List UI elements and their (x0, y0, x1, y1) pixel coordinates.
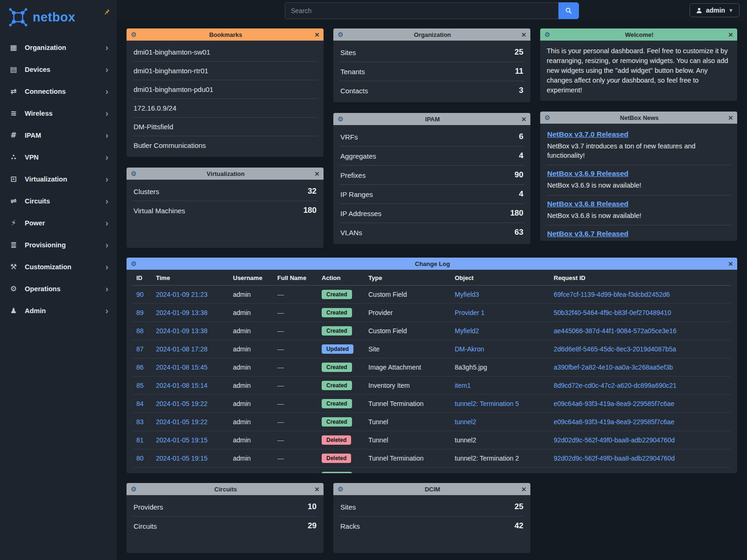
change-id-link[interactable]: 80 (136, 455, 144, 462)
pin-icon[interactable] (103, 8, 110, 15)
sidebar-item[interactable]: Circuits › (0, 190, 117, 212)
gear-icon[interactable]: ⚙ (338, 115, 344, 123)
gear-icon[interactable]: ⚙ (544, 114, 550, 121)
changelog-column-header[interactable]: ID (133, 270, 152, 286)
request-id-link[interactable]: 50b32f40-5464-4f9c-b83f-0ef270489410 (554, 309, 671, 316)
request-id-link[interactable]: 8d9cd72e-cd0c-47c2-a620-dc899a690c21 (554, 382, 677, 389)
close-icon[interactable]: × (315, 170, 319, 178)
change-time-link[interactable]: 2024-01-05 19:15 (156, 455, 208, 462)
sidebar-item[interactable]: Provisioning › (0, 234, 117, 256)
close-icon[interactable]: × (728, 31, 733, 39)
bookmark-item[interactable]: dmi01-binghamton-rtr01 (133, 62, 317, 80)
change-id-link[interactable]: 90 (136, 291, 144, 298)
close-icon[interactable]: × (315, 31, 319, 39)
sidebar-item[interactable]: VPN › (0, 146, 117, 168)
sidebar-item[interactable]: Devices › (0, 58, 117, 80)
stat-row[interactable]: Prefixes 90 (339, 166, 524, 185)
stat-row[interactable]: VLANs 63 (339, 223, 524, 242)
bookmark-item[interactable]: dmi01-binghamton-pdu01 (133, 80, 317, 99)
change-time-link[interactable]: 2024-01-08 17:28 (156, 345, 208, 353)
change-time-link[interactable]: 2024-01-09 13:38 (156, 309, 208, 316)
changelog-column-header[interactable]: Full Name (274, 270, 318, 286)
stat-row[interactable]: Sites 25 (339, 497, 524, 517)
stat-row[interactable]: IP Ranges 4 (339, 185, 524, 204)
change-time-link[interactable]: 2024-01-08 15:45 (156, 364, 208, 371)
close-icon[interactable]: × (521, 115, 526, 123)
change-id-link[interactable]: 89 (136, 309, 144, 316)
gear-icon[interactable]: ⚙ (131, 31, 137, 38)
bookmark-item[interactable]: dmi01-binghamton-sw01 (133, 43, 317, 62)
gear-icon[interactable]: ⚙ (131, 260, 137, 267)
change-time-link[interactable]: 2024-01-05 19:22 (156, 418, 208, 426)
request-id-link[interactable]: 2d6d6e8f-5465-45dc-8ec3-2019d4087b5a (554, 345, 676, 353)
user-menu-button[interactable]: admin ▼ (690, 3, 740, 17)
close-icon[interactable]: × (728, 260, 733, 268)
change-id-link[interactable]: 86 (136, 364, 144, 371)
search-input[interactable] (285, 2, 558, 19)
changelog-column-header[interactable]: Request ID (550, 270, 731, 286)
change-time-link[interactable]: 2024-01-05 19:22 (156, 400, 208, 407)
gear-icon[interactable]: ⚙ (131, 170, 137, 177)
change-object-link[interactable]: tunnel2: Termination 5 (455, 400, 519, 407)
stat-row[interactable]: Clusters 32 (133, 182, 317, 201)
change-id-link[interactable]: 79 (136, 473, 144, 473)
change-id-link[interactable]: 83 (136, 418, 144, 426)
stat-row[interactable]: Sites 25 (339, 43, 524, 62)
change-object-link[interactable]: Provider 1 (455, 309, 485, 316)
changelog-column-header[interactable]: Username (229, 270, 274, 286)
search-button[interactable] (558, 2, 579, 19)
stat-row[interactable]: Providers 10 (133, 497, 317, 517)
stat-row[interactable]: Circuits 29 (133, 517, 317, 535)
stat-row[interactable]: VRFs 6 (339, 127, 524, 147)
gear-icon[interactable]: ⚙ (131, 485, 137, 493)
request-id-link[interactable]: f038e755-705e-47f3-9433-5392b9e6b9e5 (554, 473, 675, 473)
sidebar-item[interactable]: Organization › (0, 36, 117, 58)
change-time-link[interactable]: 2024-01-05 19:15 (156, 436, 208, 444)
change-id-link[interactable]: 85 (136, 382, 144, 389)
gear-icon[interactable]: ⚙ (338, 31, 344, 38)
sidebar-item[interactable]: Power › (0, 212, 117, 234)
changelog-column-header[interactable]: Object (451, 270, 550, 286)
news-headline-link[interactable]: NetBox v3.6.7 Released (547, 230, 628, 238)
changelog-column-header[interactable]: Action (318, 270, 365, 286)
stat-row[interactable]: Contacts 3 (339, 81, 524, 100)
sidebar-item[interactable]: Wireless › (0, 102, 117, 124)
gear-icon[interactable]: ⚙ (338, 485, 344, 493)
sidebar-item[interactable]: Operations › (0, 278, 117, 300)
change-object-link[interactable]: Myfield3 (455, 291, 479, 298)
close-icon[interactable]: × (728, 114, 733, 122)
sidebar-item[interactable]: Customization › (0, 256, 117, 278)
close-icon[interactable]: × (315, 485, 319, 493)
close-icon[interactable]: × (521, 31, 526, 39)
stat-row[interactable]: IP Addresses 180 (339, 204, 524, 223)
change-time-link[interactable]: 2024-01-09 21:23 (156, 291, 208, 298)
stat-row[interactable]: Racks 42 (339, 517, 524, 535)
change-object-link[interactable]: item1 (455, 382, 471, 389)
change-object-link[interactable]: tunnel2 (455, 436, 476, 444)
request-id-link[interactable]: 92d02d9c-562f-49f0-baa8-adb22904760d (554, 455, 675, 462)
request-id-link[interactable]: 69fce7cf-1139-4d99-bfea-f3dcbd2452d6 (554, 291, 670, 298)
request-id-link[interactable]: 92d02d9c-562f-49f0-baa8-adb22904760d (554, 436, 675, 444)
sidebar-item[interactable]: Virtualization › (0, 168, 117, 190)
request-id-link[interactable]: ae445066-387d-44f1-9084-572a05ce3e16 (554, 327, 677, 335)
change-object-link[interactable]: 8a3gh5.jpg (455, 364, 487, 371)
stat-row[interactable]: Tenants 11 (339, 62, 524, 81)
stat-row[interactable]: Virtual Machines 180 (133, 201, 317, 220)
netbox-logo[interactable]: netbox (0, 0, 117, 36)
sidebar-item[interactable]: IPAM › (0, 124, 117, 146)
gear-icon[interactable]: ⚙ (544, 31, 550, 38)
news-headline-link[interactable]: NetBox v3.6.9 Released (547, 169, 628, 178)
news-headline-link[interactable]: NetBox v3.6.8 Released (547, 200, 628, 208)
request-id-link[interactable]: a390fbef-2a82-4e10-aa0a-3c268aa5ef3b (554, 364, 673, 371)
bookmark-item[interactable]: DM-Pittsfield (133, 118, 317, 136)
change-time-link[interactable]: 2024-01-08 15:14 (156, 382, 208, 389)
change-id-link[interactable]: 84 (136, 400, 144, 407)
request-id-link[interactable]: e09c64a6-93f3-419a-8ea9-229585f7c6ae (554, 418, 674, 426)
change-object-link[interactable]: Myfield2 (455, 327, 479, 335)
sidebar-item[interactable]: Admin › (0, 300, 117, 322)
change-object-link[interactable]: tunnel2: Termination 2 (455, 455, 519, 462)
change-time-link[interactable]: 2024-01-05 19:14 (156, 473, 208, 473)
bookmark-item[interactable]: Butler Communications (133, 136, 317, 154)
changelog-column-header[interactable]: Type (365, 270, 451, 286)
changelog-column-header[interactable]: Time (152, 270, 229, 286)
